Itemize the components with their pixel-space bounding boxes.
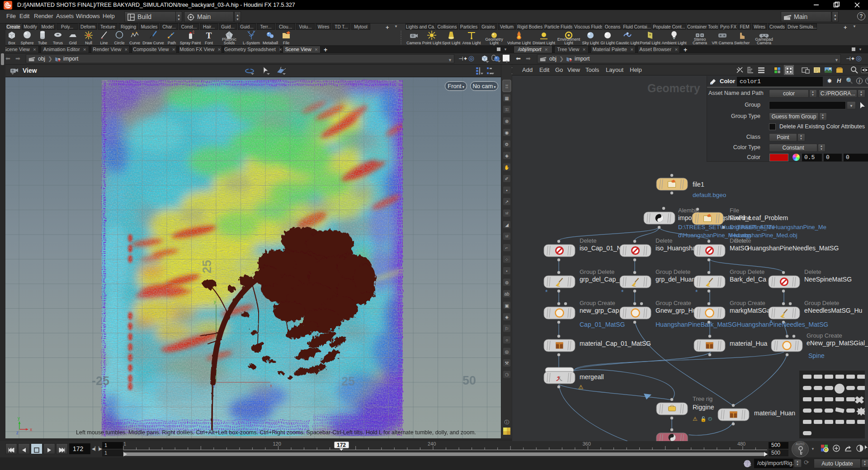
svg-text:◎: ◎ [505,349,509,354]
svg-text:grp_del_Cap_: grp_del_Cap_ [580,276,619,283]
svg-text:▦: ▦ [505,96,509,101]
svg-text:⊜: ⊜ [505,280,509,285]
svg-text:◈: ◈ [505,315,509,320]
svg-text:Group Create: Group Create [730,300,765,306]
svg-text:⏲: ⏲ [708,416,712,422]
svg-text:◢: ◢ [505,222,509,227]
svg-text:✐: ✐ [505,176,509,181]
svg-text:120: 120 [273,441,281,446]
svg-text:◉: ◉ [505,130,509,135]
svg-text:¹²: ¹² [505,211,509,216]
svg-text:⊗: ⊗ [505,119,509,124]
svg-text:material_Cap_01_MatSG: material_Cap_01_MatSG [580,340,651,347]
svg-text:⚙: ⚙ [505,142,509,147]
svg-text:⁘: ⁘ [505,257,509,262]
svg-text:Riggine: Riggine [693,404,714,411]
svg-text:¹²: ¹² [505,234,509,239]
svg-text:ⓘ: ⓘ [505,419,509,425]
svg-text:⚆: ⚆ [505,372,509,377]
svg-text:default.bgeo: default.bgeo [693,192,726,198]
svg-text:iso_Cap_01_N: iso_Cap_01_N [580,244,622,252]
svg-text:ab: ab [504,291,509,296]
svg-text:Delete: Delete [656,237,673,244]
svg-text:Cap_01_MatSG: Cap_01_MatSG [580,321,625,328]
svg-text:Group Delete: Group Delete [580,268,614,275]
svg-text:1: 1 [123,441,126,446]
svg-text:◈: ◈ [505,153,509,158]
svg-text:Tree rig: Tree rig [693,395,712,402]
svg-text:material_Huan: material_Huan [754,409,795,417]
svg-text:File: File [730,207,739,214]
svg-text:*: * [770,319,773,326]
svg-text:⚐: ⚐ [505,326,509,331]
svg-text:Group Delete: Group Delete [656,268,690,275]
svg-text:25: 25 [200,260,214,273]
svg-text:NeeSpineMatSG: NeeSpineMatSG [804,276,852,283]
svg-text:•: • [506,188,508,193]
svg-text:Gnew_grp_Hua: Gnew_grp_Hua [656,307,700,314]
svg-text:iso_Huangsha: iso_Huangsha [656,244,696,252]
svg-text:z: z [16,430,19,435]
svg-text:new_grp_Cap: new_grp_Cap [580,307,619,314]
svg-text:⚿: ⚿ [505,107,509,112]
svg-text:360: 360 [582,441,590,446]
svg-text:⚠: ⚠ [578,384,584,390]
svg-text:⚒: ⚒ [505,361,509,366]
svg-text:Fixed_Leaf_Problem: Fixed_Leaf_Problem [730,214,788,221]
svg-text:HuangshanPineNeedles_MatSG: HuangshanPineNeedles_MatSG [747,244,839,252]
svg-text:♖: ♖ [505,84,509,89]
svg-text:👁: 👁 [505,437,509,438]
svg-text:Group Create: Group Create [580,300,615,306]
svg-text:HuangshanPineBark_MatSGHuangsh: HuangshanPineBark_MatSGHuangshanPineNeed… [656,321,828,328]
svg-text:D:\TREES_SET\HuangshanPine_Me: D:\TREES_SET\HuangshanPine_Me [730,224,826,230]
svg-text:Group Create: Group Create [656,300,691,306]
svg-text:✋: ✋ [504,164,510,170]
svg-text:*: * [621,288,624,296]
svg-text:50: 50 [462,374,476,387]
svg-text:eNew_grp_MatSGial_H: eNew_grp_MatSGial_H [807,339,868,347]
svg-text:*: * [545,288,548,296]
svg-text:Delete: Delete [804,268,821,275]
svg-text:↗: ↗ [505,199,509,204]
svg-text:🔓: 🔓 [700,416,707,422]
svg-text:Delete: Delete [734,237,751,244]
svg-text:Group Delete: Group Delete [730,268,764,275]
svg-text:-25: -25 [92,374,109,388]
svg-text:Bark_del_Ca: Bark_del_Ca [730,276,766,283]
svg-text:Left mouse tumbles. Middle pan: Left mouse tumbles. Middle pans. Right d… [76,429,476,436]
svg-text:⌐: ⌐ [505,245,508,250]
svg-text:25: 25 [341,375,355,388]
svg-text:markgMatSGa: markgMatSGa [730,307,770,314]
svg-text:mergeall: mergeall [580,373,604,381]
svg-text:480: 480 [737,441,745,446]
svg-text:y: y [18,416,20,421]
svg-text:x: x [30,427,32,432]
svg-text:*: * [695,288,698,296]
svg-text:○: ○ [505,338,508,343]
svg-text:file1: file1 [693,181,704,188]
svg-text:Group Create: Group Create [807,332,842,339]
svg-text:MatSG: MatSG [730,244,750,252]
svg-text:x: x [270,383,272,388]
svg-text:⋆: ⋆ [505,268,508,273]
svg-text:240: 240 [428,441,436,446]
svg-text:▣: ▣ [505,303,509,308]
svg-text:Spine: Spine [808,352,825,359]
svg-text:Delete: Delete [580,237,597,244]
svg-text:172: 172 [337,442,346,448]
svg-text:material_Hua: material_Hua [730,340,767,347]
svg-text:Group Delete: Group Delete [804,300,839,306]
svg-text:grp_del_Huan: grp_del_Huan [656,276,695,283]
svg-text:⚠: ⚠ [693,416,698,422]
svg-text:y: y [214,299,216,304]
svg-text:eNeedlesMatSG_Hu: eNeedlesMatSG_Hu [804,307,862,314]
